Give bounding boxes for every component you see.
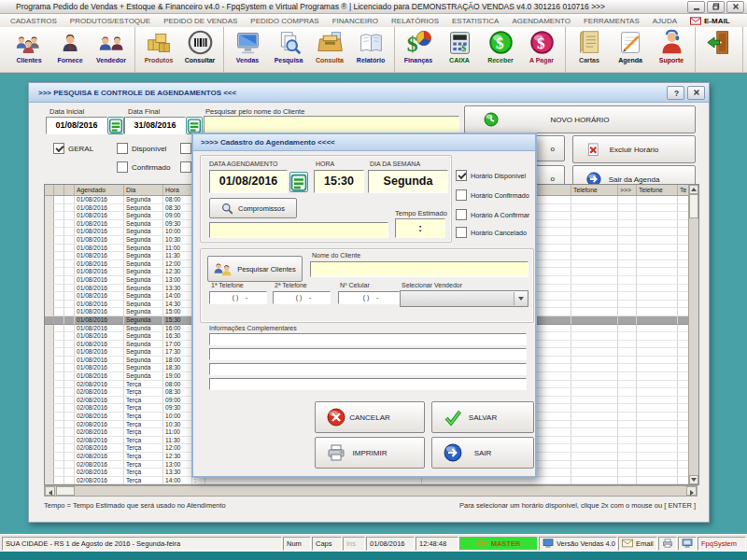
menu-item-produtos-estoque[interactable]: PRODUTOS/ESTOQUE bbox=[63, 17, 157, 25]
menu-item-financeiro[interactable]: FINANCEIRO bbox=[326, 17, 385, 25]
check-horario-confirmado[interactable]: Horário Confirmado bbox=[456, 189, 529, 201]
menu-item-agendamento[interactable]: AGENDAMENTO bbox=[505, 17, 577, 25]
compromissos-button[interactable]: Compromissos bbox=[209, 198, 297, 218]
checkbox-icon[interactable] bbox=[180, 143, 191, 154]
checkbox-icon[interactable] bbox=[117, 143, 128, 154]
toolbar-button-consultar[interactable]: Consultar bbox=[179, 27, 220, 72]
menu-item-ajuda[interactable]: AJUDA bbox=[646, 17, 684, 25]
toolbar-button-vendedor[interactable]: Vendedor bbox=[91, 27, 132, 72]
horizontal-scrollbar[interactable] bbox=[44, 485, 698, 497]
dialog-calendar-button[interactable] bbox=[289, 172, 308, 192]
cancelar-button[interactable]: CANCELAR bbox=[315, 401, 425, 433]
scroll-down-button[interactable] bbox=[689, 475, 698, 484]
vertical-scrollbar[interactable] bbox=[688, 185, 698, 484]
toolbar-button-caixa[interactable]: $CAIXA bbox=[439, 27, 480, 72]
data-final-input[interactable]: 31/08/2016 bbox=[124, 117, 186, 134]
toolbar-button-a-pagar[interactable]: $A Pagar bbox=[521, 27, 562, 72]
toolbar-button-produtos[interactable]: Produtos bbox=[138, 27, 179, 72]
menu-item-pedido-compras[interactable]: PEDIDO COMPRAS bbox=[244, 17, 325, 25]
checkbox-icon[interactable] bbox=[456, 189, 467, 201]
toolbar-button-agenda[interactable]: Agenda bbox=[610, 27, 651, 72]
close-button[interactable] bbox=[726, 1, 744, 13]
cadastro-agendamento-dialog: >>>> Cadastro do Agendamento <<<< DATA A… bbox=[191, 133, 537, 478]
footer-note-right: Para selecionar um horário disponível, c… bbox=[459, 501, 696, 510]
compromisso-input[interactable] bbox=[209, 222, 388, 238]
vertical-scroll-thumb[interactable] bbox=[689, 194, 698, 218]
filter-label: Disponível bbox=[132, 145, 166, 153]
checkbox-icon[interactable] bbox=[117, 161, 128, 173]
imprimir-button[interactable]: IMPRIMIR bbox=[315, 437, 425, 469]
data-agendamento-value[interactable]: 01/08/2016 bbox=[209, 170, 288, 193]
status-checkboxes: Horário DisponívelHorário ConfirmadoHorá… bbox=[456, 170, 536, 241]
data-inicial-calendar-button[interactable] bbox=[107, 117, 124, 134]
toolbar-button-fornece[interactable]: Fornece bbox=[49, 27, 91, 72]
info-input-2[interactable] bbox=[209, 348, 527, 360]
toolbar-button-consulta[interactable]: Consulta bbox=[309, 27, 350, 72]
checkbox-icon[interactable] bbox=[53, 143, 64, 154]
hora-value[interactable]: 15:30 bbox=[314, 170, 364, 193]
toolbar-button-receber[interactable]: $Receber bbox=[480, 27, 521, 72]
checkbox-icon[interactable] bbox=[456, 209, 467, 220]
toolbar-button-clientes[interactable]: Clientes bbox=[8, 27, 49, 72]
salvar-button[interactable]: SALVAR bbox=[431, 401, 534, 433]
menu-item-cadastros[interactable]: CADASTROS bbox=[4, 17, 63, 25]
status-segment-label: Versão Vendas 4.0 bbox=[557, 539, 615, 548]
printer-icon bbox=[327, 443, 345, 462]
toolbar-button-pesquisa[interactable]: Pesquisa bbox=[268, 27, 309, 72]
vendedor-dropdown[interactable] bbox=[400, 290, 529, 307]
bottom-strip bbox=[0, 552, 747, 560]
celular-input[interactable]: ( ) - bbox=[338, 291, 400, 304]
toolbar-button-relatorio[interactable]: Relatório bbox=[350, 27, 391, 72]
menu-item-ferramentas[interactable]: FERRAMENTAS bbox=[577, 17, 646, 25]
minimize-button[interactable] bbox=[687, 1, 705, 13]
restore-button[interactable] bbox=[707, 1, 725, 13]
toolbar-button-cartas[interactable]: Cartas bbox=[569, 27, 610, 72]
pesquisa-icon bbox=[275, 29, 303, 56]
toolbar-button-suporte[interactable]: Suporte bbox=[651, 27, 692, 72]
info-input-3[interactable] bbox=[209, 363, 527, 375]
toolbar-button-financas[interactable]: $Finanças bbox=[398, 27, 439, 72]
toolbar-button-sair-exit[interactable] bbox=[698, 27, 740, 72]
menu-item-estatistica[interactable]: ESTATISTICA bbox=[445, 17, 505, 25]
novo-horario-button[interactable]: NOVO HORÁRIO bbox=[464, 105, 696, 133]
scroll-up-button[interactable] bbox=[689, 185, 698, 194]
toolbar-button-vendas[interactable]: Vendas bbox=[227, 27, 268, 72]
excluir-horario-button[interactable]: Excluir Horário bbox=[572, 135, 696, 163]
nome-cliente-input[interactable] bbox=[310, 261, 529, 277]
tempo-estimado-value[interactable]: : bbox=[395, 218, 445, 238]
agenda-close-button[interactable] bbox=[687, 86, 705, 100]
check-horario-cancelado[interactable]: Horário Cancelado bbox=[456, 227, 527, 238]
filter-confirmado[interactable]: Confirmado bbox=[117, 161, 170, 173]
dia-semana-value[interactable]: Segunda bbox=[368, 170, 448, 193]
help-button[interactable]: ? bbox=[667, 86, 684, 100]
info-input-4[interactable] bbox=[209, 378, 527, 390]
app-logo-icon bbox=[3, 2, 12, 11]
search-client-input[interactable] bbox=[204, 116, 459, 134]
search-client-label: Pesquisar pelo nome do Cliente bbox=[205, 107, 304, 116]
info-input-1[interactable] bbox=[209, 333, 527, 345]
filter-geral[interactable]: GERAL bbox=[53, 143, 93, 154]
checkbox-icon[interactable] bbox=[456, 170, 467, 181]
horizontal-scroll-thumb[interactable] bbox=[56, 486, 75, 496]
status-segment-ins: Ins bbox=[343, 537, 365, 551]
checkbox-icon[interactable] bbox=[456, 227, 467, 238]
toolbar-button-label: Agenda bbox=[618, 57, 642, 63]
data-final-label: Data Final bbox=[128, 107, 160, 116]
filter-disponivel[interactable]: Disponível bbox=[117, 143, 166, 154]
scroll-right-button[interactable] bbox=[686, 486, 697, 496]
check-horario-disponivel[interactable]: Horário Disponível bbox=[456, 170, 526, 181]
check-horario-a-confirmar[interactable]: Horário A Confirmar bbox=[456, 209, 529, 220]
menu-item-pedido-de-vendas[interactable]: PEDIDO DE VENDAS bbox=[157, 17, 244, 25]
pesquisar-clientes-button[interactable]: Pesquisar Clientes bbox=[207, 256, 303, 282]
data-inicial-input[interactable]: 01/08/2016 bbox=[46, 117, 107, 134]
table-row[interactable]: 02/08/2016Terça14:00: bbox=[45, 477, 689, 484]
menu-item-email[interactable]: E-MAIL bbox=[684, 17, 737, 25]
tel1-input[interactable]: ( ) - bbox=[209, 291, 267, 304]
tel2-input[interactable]: ( ) - bbox=[273, 291, 331, 304]
column-header bbox=[54, 185, 64, 195]
status-segment-label: 12:48:48 bbox=[419, 539, 446, 548]
menu-item-relatorios[interactable]: RELATÓRIOS bbox=[385, 17, 445, 25]
sair-button[interactable]: SAIR bbox=[431, 437, 534, 469]
scroll-left-button[interactable] bbox=[45, 486, 55, 496]
checkbox-icon[interactable] bbox=[180, 161, 191, 173]
